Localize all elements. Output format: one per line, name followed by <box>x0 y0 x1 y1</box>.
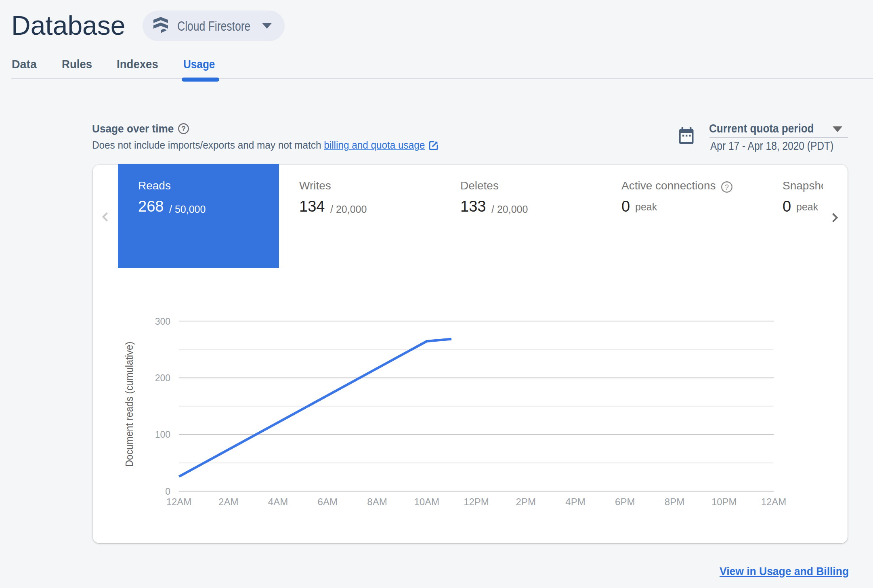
svg-text:4PM: 4PM <box>565 496 585 507</box>
svg-text:0: 0 <box>165 486 170 497</box>
svg-text:6PM: 6PM <box>615 496 635 507</box>
svg-text:8PM: 8PM <box>665 496 684 507</box>
svg-text:2PM: 2PM <box>516 496 536 507</box>
svg-text:300: 300 <box>155 316 170 327</box>
svg-text:?: ? <box>181 125 186 133</box>
svg-text:?: ? <box>725 183 729 191</box>
svg-text:2AM: 2AM <box>218 496 238 507</box>
svg-text:100: 100 <box>155 429 170 440</box>
svg-text:10AM: 10AM <box>414 496 439 507</box>
svg-text:8AM: 8AM <box>367 496 387 507</box>
svg-text:4AM: 4AM <box>268 496 288 507</box>
svg-text:6AM: 6AM <box>318 496 338 507</box>
svg-text:12AM: 12AM <box>761 496 787 507</box>
svg-text:12AM: 12AM <box>166 496 192 507</box>
svg-text:Document reads (cumulative): Document reads (cumulative) <box>124 342 135 467</box>
svg-text:10PM: 10PM <box>711 496 737 507</box>
svg-text:12PM: 12PM <box>464 496 489 507</box>
svg-text:200: 200 <box>155 373 170 383</box>
